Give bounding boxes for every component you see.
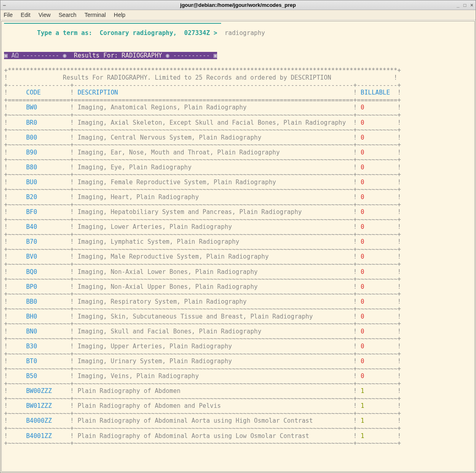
minimize-hint-icon[interactable]: – — [3, 2, 6, 8]
window-title: jgour@debian:/home/jgour/work/mcodes_pre… — [180, 2, 296, 8]
close-button[interactable]: × — [470, 2, 473, 8]
maximize-button[interactable]: □ — [464, 2, 466, 8]
menu-help[interactable]: Help — [114, 12, 125, 18]
terminal-window: – jgour@debian:/home/jgour/work/mcodes_p… — [0, 0, 476, 473]
menu-terminal[interactable]: Terminal — [84, 12, 106, 18]
minimize-button[interactable]: _ — [457, 2, 460, 8]
titlebar: – jgour@debian:/home/jgour/work/mcodes_p… — [0, 0, 476, 10]
menu-search[interactable]: Search — [59, 12, 76, 18]
menu-view[interactable]: View — [39, 12, 51, 18]
terminal-output[interactable]: Type a term as: Coronary radiography, 02… — [1, 21, 475, 472]
menu-file[interactable]: File — [4, 12, 13, 18]
menu-edit[interactable]: Edit — [21, 12, 31, 18]
menubar: File Edit View Search Terminal Help — [0, 10, 476, 20]
